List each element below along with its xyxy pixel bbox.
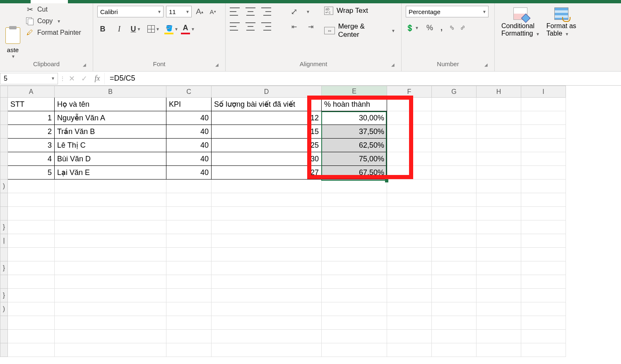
cell[interactable]: 75,00% bbox=[322, 152, 387, 166]
column-headers[interactable]: A B C D E F G H I bbox=[0, 86, 566, 98]
cell[interactable]: % hoàn thành bbox=[322, 98, 387, 111]
col-header-F[interactable]: F bbox=[387, 86, 432, 98]
cell[interactable] bbox=[521, 98, 566, 111]
cell[interactable] bbox=[477, 98, 521, 111]
cell[interactable]: Số lượng bài viết đã viết bbox=[212, 98, 322, 111]
cell[interactable] bbox=[432, 166, 477, 180]
italic-button[interactable]: I bbox=[114, 23, 125, 35]
cell[interactable]: 40 bbox=[166, 139, 212, 152]
cell[interactable] bbox=[432, 111, 477, 125]
font-color-button[interactable]: A▼ bbox=[183, 23, 193, 35]
cell[interactable]: 40 bbox=[166, 125, 212, 139]
cell[interactable]: Trần Văn B bbox=[55, 125, 166, 139]
cell[interactable]: 30 bbox=[212, 152, 322, 166]
cell[interactable] bbox=[387, 139, 432, 152]
increase-indent-button[interactable]: ⇥ bbox=[305, 23, 316, 31]
increase-decimal-button[interactable]: ⁰₀ bbox=[450, 22, 453, 33]
align-right-button[interactable] bbox=[261, 22, 271, 31]
cell[interactable]: 40 bbox=[166, 111, 212, 125]
number-dialog-launcher[interactable]: ◢ bbox=[483, 61, 489, 68]
col-header-G[interactable]: G bbox=[432, 86, 477, 98]
cell[interactable] bbox=[521, 139, 566, 152]
cell[interactable] bbox=[477, 125, 521, 139]
name-box[interactable]: 5▼ bbox=[0, 73, 58, 84]
col-header-B[interactable]: B bbox=[55, 86, 166, 98]
conditional-formatting-button[interactable]: ConditionalFormatting ▼ bbox=[499, 7, 542, 37]
orientation-button[interactable] bbox=[289, 6, 299, 17]
cell[interactable] bbox=[432, 125, 477, 139]
font-name-combo[interactable]: Calibri▼ bbox=[97, 6, 164, 17]
cancel-formula-button[interactable]: ✕ bbox=[65, 74, 78, 83]
cell[interactable]: 40 bbox=[166, 166, 212, 180]
decrease-font-button[interactable]: A▾ bbox=[207, 6, 218, 17]
cell[interactable] bbox=[521, 111, 566, 125]
cell[interactable]: Lại Văn E bbox=[55, 166, 166, 180]
font-size-combo[interactable]: 11▼ bbox=[166, 6, 192, 17]
cell[interactable]: 27 bbox=[212, 166, 322, 180]
cell[interactable]: 62,50% bbox=[322, 139, 387, 152]
align-left-button[interactable] bbox=[230, 22, 240, 31]
accounting-format-button[interactable]: ▼ bbox=[406, 22, 419, 33]
font-dialog-launcher[interactable]: ◢ bbox=[214, 61, 220, 68]
table-row[interactable]: 3 Lê Thị C 40 25 62,50% bbox=[0, 139, 566, 152]
cell[interactable]: 3 bbox=[8, 139, 55, 152]
cell[interactable]: Lê Thị C bbox=[55, 139, 166, 152]
align-top-button[interactable] bbox=[230, 7, 240, 16]
copy-button[interactable]: Copy ▼ bbox=[26, 17, 81, 25]
alignment-dialog-launcher[interactable]: ◢ bbox=[390, 61, 396, 68]
decrease-indent-button[interactable]: ⇤ bbox=[289, 23, 299, 31]
merge-center-button[interactable]: ⇔ Merge & Center ▼ bbox=[323, 22, 397, 40]
cell[interactable] bbox=[477, 139, 521, 152]
col-header-I[interactable]: I bbox=[521, 86, 566, 98]
formula-input[interactable]: =D5/C5 bbox=[104, 73, 621, 84]
format-as-table-button[interactable]: Format asTable ▼ bbox=[544, 7, 579, 37]
cell[interactable]: Nguyễn Văn A bbox=[55, 111, 166, 125]
cell[interactable] bbox=[521, 125, 566, 139]
table-row[interactable]: STT Họ và tên KPI Số lượng bài viết đã v… bbox=[0, 98, 566, 111]
cell[interactable]: Họ và tên bbox=[55, 98, 166, 111]
wrap-text-button[interactable]: Wrap Text bbox=[323, 6, 397, 16]
col-header-C[interactable]: C bbox=[166, 86, 212, 98]
format-painter-button[interactable]: Format Painter bbox=[26, 29, 81, 36]
cell[interactable]: 4 bbox=[8, 152, 55, 166]
cut-button[interactable]: Cut bbox=[26, 6, 81, 13]
cell[interactable] bbox=[387, 98, 432, 111]
cell[interactable] bbox=[387, 166, 432, 180]
cell[interactable]: 25 bbox=[212, 139, 322, 152]
enter-formula-button[interactable]: ✓ bbox=[78, 74, 90, 83]
borders-button[interactable]: ▼ bbox=[147, 23, 160, 35]
cell[interactable] bbox=[387, 111, 432, 125]
cell[interactable]: 5 bbox=[8, 166, 55, 180]
paste-button[interactable]: aste ▼ bbox=[4, 6, 22, 59]
underline-button[interactable]: U▼ bbox=[130, 23, 141, 35]
chevron-down-icon[interactable]: ▼ bbox=[391, 29, 395, 33]
cell[interactable]: 2 bbox=[8, 125, 55, 139]
percent-style-button[interactable]: % bbox=[426, 22, 433, 33]
decrease-decimal-button[interactable]: ₀⁰ bbox=[461, 22, 464, 33]
cell[interactable] bbox=[521, 166, 566, 180]
table-row[interactable]: 1 Nguyễn Văn A 40 12 30,00% bbox=[0, 111, 566, 125]
cell[interactable] bbox=[432, 139, 477, 152]
cell[interactable]: 30,00% bbox=[322, 111, 387, 125]
col-header-D[interactable]: D bbox=[212, 86, 322, 98]
cell[interactable]: 67,50% bbox=[322, 166, 387, 180]
cell[interactable]: 15 bbox=[212, 125, 322, 139]
bold-button[interactable]: B bbox=[97, 23, 108, 35]
col-header-H[interactable]: H bbox=[477, 86, 521, 98]
cell[interactable] bbox=[477, 111, 521, 125]
align-center-button[interactable] bbox=[246, 22, 255, 31]
table-row[interactable]: 4 Bùi Văn D 40 30 75,00% bbox=[0, 152, 566, 166]
fill-handle[interactable] bbox=[385, 179, 388, 182]
fx-icon[interactable]: fx bbox=[90, 74, 104, 83]
cell[interactable]: KPI bbox=[166, 98, 212, 111]
comma-style-button[interactable]: , bbox=[440, 22, 443, 33]
table-row[interactable]: 2 Trần Văn B 40 15 37,50% bbox=[0, 125, 566, 139]
cell[interactable] bbox=[477, 152, 521, 166]
cell[interactable]: STT bbox=[8, 98, 55, 111]
col-header-E[interactable]: E bbox=[322, 86, 387, 98]
clipboard-dialog-launcher[interactable]: ◢ bbox=[81, 61, 88, 68]
cell[interactable]: 37,50% bbox=[322, 125, 387, 139]
number-format-combo[interactable]: Percentage▼ bbox=[406, 6, 489, 17]
cell[interactable] bbox=[387, 152, 432, 166]
col-header-A[interactable]: A bbox=[8, 86, 55, 98]
